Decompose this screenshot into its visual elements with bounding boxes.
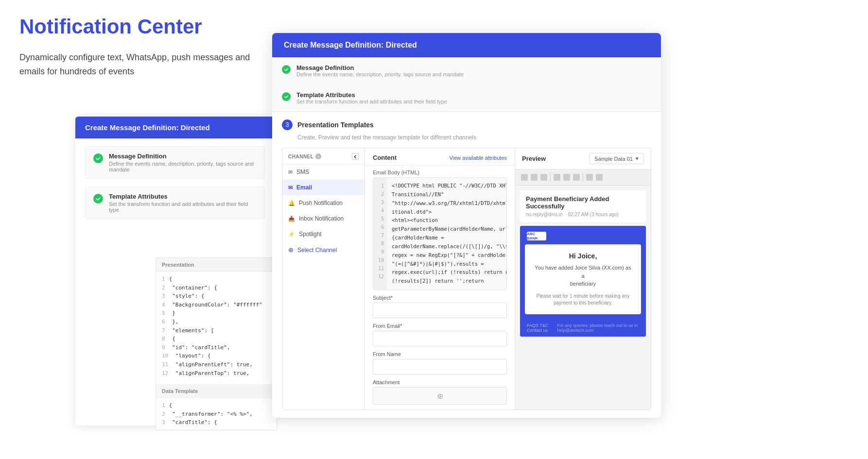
presentation-code-behind: Presentation 1{ 2 "container": { 3 "styl…	[156, 257, 277, 430]
attachment-box[interactable]: ⊕	[373, 387, 507, 405]
subject-input[interactable]	[373, 303, 507, 318]
bank-message: You have added Joice Silva (XX.com) as a…	[533, 264, 633, 288]
page-title: Notification Center	[19, 15, 253, 39]
main-step1-title: Message Definition	[296, 64, 464, 71]
email-from: no-reply@dms.in 02:27 AM (3 hours ago)	[526, 212, 640, 217]
main-inbox-icon: 📥	[288, 216, 295, 222]
pres-section: 3 Presentation Templates Create, Preview…	[272, 112, 661, 418]
card-behind-body: Message Definition Define the events nam…	[75, 138, 275, 235]
main-card: Create Message Definition: Directed Mess…	[272, 33, 661, 418]
step1-desc: Define the events name, description, pri…	[109, 161, 257, 172]
line-numbers: 123456789101112	[373, 178, 387, 289]
ch-main-spotlight[interactable]: ⚡ Spotlight	[282, 226, 365, 242]
bank-footer-links: FAQS T&C Contact us	[527, 323, 557, 333]
code-content[interactable]: <!DOCTYPE html PUBLIC "-//W3C//DTD XHTML…	[387, 178, 506, 289]
channel-info-icon: i	[315, 153, 321, 159]
main-step-2: Template Attributes Set the transform fu…	[282, 85, 651, 111]
preview-toolbar	[515, 170, 651, 186]
main-step2-title: Template Attributes	[296, 91, 447, 99]
main-step2-desc: Set the transform function and add attri…	[296, 99, 447, 104]
from-name-label: From Name	[373, 351, 507, 357]
preview-header: Preview Sample Data 01 ▾	[515, 148, 651, 170]
step-check-2	[93, 194, 103, 204]
step-template-attrs: Template Attributes Set the transform fu…	[85, 187, 265, 219]
step2-desc: Set the transform function and add attri…	[109, 201, 257, 213]
email-body-label: Email Body (HTML)	[365, 166, 515, 177]
toolbar-btn-3[interactable]	[540, 174, 547, 181]
email-subject: Payment Beneficiary Added Successfully	[526, 195, 640, 210]
sample-data-dropdown[interactable]: Sample Data 01 ▾	[589, 153, 644, 164]
ch-main-sms[interactable]: ✉ SMS	[282, 164, 365, 180]
main-step1-desc: Define the events name, description, pri…	[296, 71, 464, 77]
main-email-icon: ✉	[288, 185, 293, 191]
page-description: Dynamically configure text, WhatsApp, pu…	[19, 51, 253, 79]
main-step-check-1	[282, 65, 291, 74]
contact-note: For any queries, please reach out to us …	[557, 323, 639, 333]
toolbar-btn-2[interactable]	[531, 174, 538, 181]
bank-greeting: Hi Joice,	[533, 252, 633, 260]
step-message-def: Message Definition Define the events nam…	[85, 146, 265, 179]
attachment-icon: ⊕	[437, 391, 443, 401]
ch-sidebar-header: CHANNEL i ‹	[282, 148, 365, 164]
ch-main-email[interactable]: ✉ Email	[282, 180, 365, 195]
preview-email-content: Payment Beneficiary Added Successfully n…	[515, 186, 651, 409]
main-push-icon: 🔔	[288, 200, 295, 206]
toolbar-btn-4[interactable]	[554, 174, 560, 181]
ch-main-push[interactable]: 🔔 Push Notification	[282, 195, 365, 211]
toolbar-btn-8[interactable]	[596, 174, 603, 181]
bank-body: Hi Joice, You have added Joice Silva (XX…	[525, 244, 641, 314]
content-title: Content	[373, 154, 397, 161]
toolbar-btn-6[interactable]	[573, 174, 580, 181]
left-section: Notification Center Dynamically configur…	[0, 0, 272, 113]
pres-inner: CHANNEL i ‹ ✉ SMS ✉ Email 🔔	[282, 148, 651, 410]
step2-title: Template Attributes	[109, 193, 257, 200]
email-meta: Payment Beneficiary Added Successfully n…	[520, 190, 646, 222]
subject-label: Subject*	[373, 295, 507, 301]
code-editor[interactable]: 123456789101112 <!DOCTYPE html PUBLIC "-…	[373, 177, 507, 290]
main-select-icon: ⊕	[288, 246, 294, 254]
from-email-input[interactable]	[373, 331, 507, 346]
toolbar-sep-1	[550, 173, 551, 181]
toolbar-btn-7[interactable]	[586, 174, 593, 181]
card-behind-header: Create Message Definition: Directed	[75, 117, 275, 138]
from-name-group: From Name	[373, 351, 507, 374]
from-email-group: From Email*	[373, 323, 507, 346]
ch-sidebar-toggle[interactable]: ‹	[352, 153, 359, 160]
pres-num: 3	[282, 119, 293, 130]
main-card-header: Create Message Definition: Directed	[272, 33, 661, 57]
bank-header: ABC BANK	[520, 226, 646, 244]
main-step-check-2	[282, 92, 291, 101]
main-spotlight-icon: ⚡	[288, 231, 295, 238]
bank-footer: FAQS T&C Contact us For any queries, ple…	[520, 319, 646, 337]
ch-main-select[interactable]: ⊕ Select Channel	[282, 242, 365, 258]
channel-sidebar-main: CHANNEL i ‹ ✉ SMS ✉ Email 🔔	[282, 148, 365, 409]
toolbar-sep-2	[583, 173, 583, 181]
ch-main-inbox[interactable]: 📥 Inbox Notification	[282, 211, 365, 226]
main-sms-icon: ✉	[288, 169, 293, 175]
from-name-input[interactable]	[373, 359, 507, 374]
step1-title: Message Definition	[109, 153, 257, 160]
pres-subtitle: Create, Preview and test the message tem…	[297, 134, 651, 141]
toolbar-btn-1[interactable]	[521, 174, 528, 181]
pres-section-title: Presentation Templates	[297, 121, 374, 129]
chevron-down-icon: ▾	[636, 155, 639, 162]
data-template-header: Data Template	[156, 384, 277, 398]
toolbar-btn-5[interactable]	[563, 174, 570, 181]
attachment-label: Attachment	[373, 379, 507, 385]
data-template-lines: 1{ 2 "__transformer": "<% %>", 3 "cardTi…	[156, 398, 277, 430]
preview-panel: Preview Sample Data 01 ▾	[515, 148, 651, 409]
main-step-1: Message Definition Define the events nam…	[282, 57, 651, 85]
preview-title: Preview	[522, 155, 546, 162]
main-card-steps: Message Definition Define the events nam…	[272, 57, 661, 112]
subject-group: Subject*	[373, 295, 507, 318]
attachment-group: Attachment ⊕	[373, 379, 507, 405]
code-lines-behind: 1{ 2 "container": { 3 "style": { 4 "Back…	[156, 272, 277, 380]
content-area: Content View available attributes Email …	[365, 148, 515, 409]
step-check-1	[93, 153, 103, 163]
from-email-label: From Email*	[373, 323, 507, 329]
bank-wait: Please wait for 1 minute before making a…	[533, 293, 633, 306]
bank-logo: ABC BANK	[527, 232, 546, 240]
view-attrs-link[interactable]: View available attributes	[450, 155, 507, 161]
email-body-preview: ABC BANK Hi Joice, You have added Joice …	[520, 226, 646, 337]
content-header: Content View available attributes	[365, 148, 515, 166]
